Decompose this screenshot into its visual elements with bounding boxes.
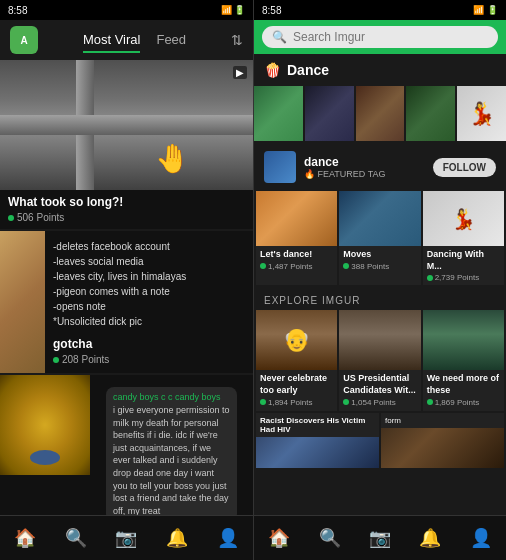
card-title: Dancing With M...: [427, 249, 500, 272]
search-icon: 🔍: [272, 30, 287, 44]
thumbnail[interactable]: [254, 86, 303, 141]
nav-profile[interactable]: 👤: [470, 527, 492, 549]
nav-home[interactable]: 🏠: [14, 527, 36, 549]
search-bar[interactable]: 🔍: [262, 26, 498, 48]
points-dot: [427, 275, 433, 281]
explore-card-title: We need more of these: [427, 373, 500, 396]
thumbnail[interactable]: [406, 86, 455, 141]
points-dot: [260, 263, 266, 269]
top-cards-grid: Let's dance! 1,487 Points Moves 388 Poin…: [254, 189, 506, 287]
explore-card-celebrate[interactable]: 👴 Never celebrate too early 1,894 Points: [256, 310, 337, 410]
card-points: 2,739 Points: [427, 273, 500, 282]
nav-notifications[interactable]: 🔔: [166, 527, 188, 549]
card-title: Let's dance!: [260, 249, 333, 261]
explore-card-title: Never celebrate too early: [260, 373, 333, 396]
tab-most-viral[interactable]: Most Viral: [83, 28, 141, 53]
bottom-strip: Racist Discovers His Victim Had HIV form: [254, 413, 506, 470]
dog-bowl: [30, 450, 60, 465]
nav-notifications[interactable]: 🔔: [419, 527, 441, 549]
card-info: Moves 388 Points: [339, 246, 420, 274]
explore-header: EXPLORE IMGUR: [254, 287, 506, 310]
nav-search[interactable]: 🔍: [65, 527, 87, 549]
bathroom-image: 🤚: [0, 60, 253, 190]
logo[interactable]: A: [10, 26, 38, 54]
tag-name: dance: [304, 155, 386, 169]
card-points: 1,487 Points: [260, 262, 333, 271]
tag-icon: [264, 151, 296, 183]
sort-icon[interactable]: ⇅: [231, 32, 243, 48]
feed-item-content: candy boys c c candy boys i give everyon…: [90, 375, 253, 515]
feed-item-points: 208 Points: [53, 354, 245, 365]
explore-card-title: US Presidential Candidates Wit...: [343, 373, 416, 396]
points-dot: [427, 399, 433, 405]
dog-image: [0, 375, 90, 475]
comment-user: candy boys c c candy boys: [113, 392, 230, 402]
points-dot: [343, 399, 349, 405]
card-points: 388 Points: [343, 262, 416, 271]
bottom-strip-card[interactable]: form: [381, 413, 504, 468]
bottom-card-title: Racist Discovers His Victim Had HIV: [256, 413, 379, 437]
popcorn-icon: 🍿: [264, 62, 281, 78]
explore-card-info: Never celebrate too early 1,894 Points: [256, 370, 337, 410]
search-bar-container: 🔍: [254, 20, 506, 54]
nav-home[interactable]: 🏠: [268, 527, 290, 549]
left-status-icons: 📶 🔋: [221, 5, 245, 15]
card-lets-dance[interactable]: Let's dance! 1,487 Points: [256, 191, 337, 285]
card-image: [339, 191, 420, 246]
explore-card-more[interactable]: We need more of these 1,869 Points: [423, 310, 504, 410]
search-input[interactable]: [293, 30, 488, 44]
trump-icon: 👴: [283, 327, 310, 353]
nav-profile[interactable]: 👤: [217, 527, 239, 549]
bottom-card-title: form: [381, 413, 504, 428]
featured-tag-left: dance 🔥 FEATURED TAG: [264, 151, 386, 183]
bottom-strip-card[interactable]: Racist Discovers His Victim Had HIV: [256, 413, 379, 468]
card-title: Moves: [343, 249, 416, 261]
follow-button[interactable]: FOLLOW: [433, 158, 496, 177]
meme-text: -deletes facebook account -leaves social…: [53, 239, 245, 329]
feed-item[interactable]: 🤚 ▶ What took so long?! 506 Points: [0, 60, 253, 229]
right-status-bar: 8:58 📶 🔋: [254, 0, 506, 20]
meme-text-content: -deletes facebook account -leaves social…: [45, 231, 253, 373]
points-dot: [53, 357, 59, 363]
card-info: Dancing With M... 2,739 Points: [423, 246, 504, 285]
feed-item[interactable]: -deletes facebook account -leaves social…: [0, 231, 253, 373]
featured-tag-row: dance 🔥 FEATURED TAG FOLLOW: [254, 145, 506, 189]
nav-search[interactable]: 🔍: [319, 527, 341, 549]
explore-card-info: US Presidential Candidates Wit... 1,054 …: [339, 370, 420, 410]
right-feed: 🍿 Dance 💃 dance 🔥 FEATURED TAG: [254, 54, 506, 515]
feed-item-title: What took so long?!: [8, 195, 245, 209]
meme-thumbnail: [0, 231, 45, 373]
comment-text: i give everyone permission to milk my de…: [113, 404, 230, 515]
featured-tag-label: 🔥 FEATURED TAG: [304, 169, 386, 179]
explore-card-image: 👴: [256, 310, 337, 370]
explore-card-points: 1,054 Points: [343, 398, 416, 407]
feed-item[interactable]: candy boys c c candy boys i give everyon…: [0, 375, 253, 515]
tab-feed[interactable]: Feed: [156, 28, 186, 53]
explore-card-image: [339, 310, 420, 370]
thumbnail[interactable]: [305, 86, 354, 141]
feed-image: 🤚 ▶: [0, 60, 253, 190]
card-moves[interactable]: Moves 388 Points: [339, 191, 420, 285]
dance-section-header: 🍿 Dance: [254, 54, 506, 86]
points-dot: [260, 399, 266, 405]
dance-title: Dance: [287, 62, 329, 78]
explore-grid: 👴 Never celebrate too early 1,894 Points…: [254, 310, 506, 412]
right-time: 8:58: [262, 5, 281, 16]
points-dot: [8, 215, 14, 221]
left-panel: 8:58 📶 🔋 A Most Viral Feed ⇅ 🤚 ▶: [0, 0, 253, 560]
thumbnail[interactable]: [356, 86, 405, 141]
feed-item-points: 506 Points: [8, 212, 245, 223]
card-dancing-with[interactable]: 💃 Dancing With M... 2,739 Points: [423, 191, 504, 285]
comment-bubble: candy boys c c candy boys i give everyon…: [106, 387, 237, 515]
dancing-icon: 💃: [451, 207, 476, 231]
thumbnail-strip: 💃: [254, 86, 506, 145]
card-info: Let's dance! 1,487 Points: [256, 246, 337, 274]
thumbnail[interactable]: 💃: [457, 86, 506, 141]
explore-card-info: We need more of these 1,869 Points: [423, 370, 504, 410]
nav-camera[interactable]: 📷: [369, 527, 391, 549]
nav-camera[interactable]: 📷: [115, 527, 137, 549]
explore-card-presidential[interactable]: US Presidential Candidates Wit... 1,054 …: [339, 310, 420, 410]
right-panel: 8:58 📶 🔋 🔍 🍿 Dance 💃: [253, 0, 506, 560]
left-feed: 🤚 ▶ What took so long?! 506 Points -dele…: [0, 60, 253, 515]
right-status-icons: 📶 🔋: [473, 5, 498, 15]
